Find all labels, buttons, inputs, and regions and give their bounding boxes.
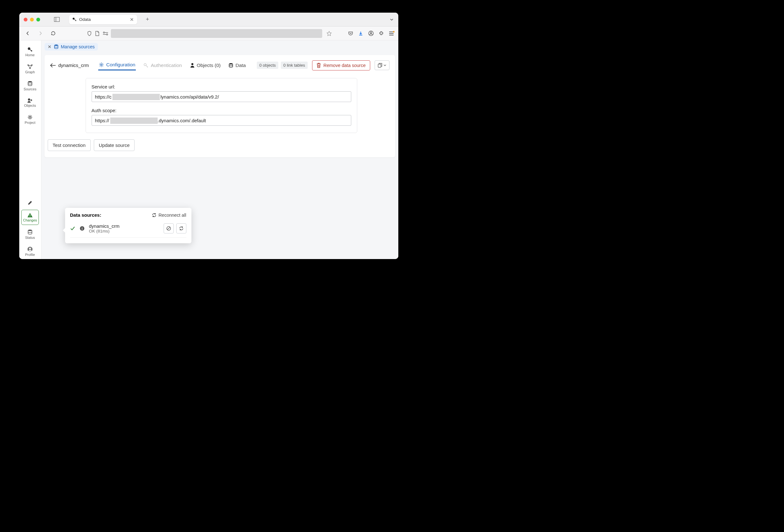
reload-button[interactable] [49, 29, 58, 38]
svg-point-23 [28, 230, 32, 231]
hamburger-menu-icon[interactable] [389, 31, 394, 36]
svg-rect-0 [54, 18, 59, 22]
info-icon[interactable] [80, 226, 85, 231]
tab-label: Objects (0) [197, 62, 221, 68]
toolbar-right-icons [348, 31, 394, 36]
svg-point-2 [73, 18, 75, 20]
database-icon [54, 44, 58, 49]
svg-rect-22 [30, 216, 30, 217]
browser-window: Odata ✕ + [19, 12, 398, 259]
back-button[interactable] [24, 29, 32, 38]
extensions-icon[interactable] [379, 31, 384, 36]
svg-point-5 [107, 34, 108, 35]
downloads-icon[interactable] [358, 31, 363, 36]
auth-scope-input[interactable]: https:// .dynamics.com/.default [92, 115, 351, 126]
sidebar-item-edit[interactable] [21, 198, 39, 208]
svg-rect-31 [378, 64, 381, 67]
copy-dropdown-button[interactable] [375, 60, 390, 70]
svg-point-25 [29, 248, 31, 250]
test-connection-button[interactable]: Test connection [48, 139, 91, 151]
document-icon[interactable] [95, 31, 100, 36]
maximize-window-icon[interactable] [36, 18, 40, 22]
datasource-text: dynamics_crm OK (81ms) [89, 223, 120, 233]
disable-button[interactable] [164, 223, 174, 233]
bookmark-star-icon[interactable] [327, 31, 332, 36]
reconnect-all-button[interactable]: Reconnect all [151, 213, 186, 218]
panel-header: dynamics_crm Configuration Authenticatio… [45, 55, 395, 71]
svg-rect-33 [82, 228, 82, 230]
tab-data[interactable]: Data [228, 61, 246, 70]
sidebar-item-profile[interactable]: Profile [21, 244, 39, 259]
breadcrumb-bar: ✕ Manage sources [41, 40, 398, 53]
refresh-button[interactable] [176, 223, 186, 233]
titlebar: Odata ✕ + [19, 12, 398, 27]
page-tabs: Configuration Authentication Objects (0) [98, 60, 246, 71]
tab-favicon-icon [72, 18, 77, 22]
svg-point-4 [103, 32, 105, 33]
svg-point-19 [28, 99, 30, 101]
tab-configuration[interactable]: Configuration [98, 60, 136, 71]
config-panel: dynamics_crm Configuration Authenticatio… [45, 55, 395, 157]
link-tables-badge: 0 link tables [281, 62, 308, 69]
minimize-window-icon[interactable] [30, 18, 34, 22]
back-to-source-link[interactable]: dynamics_crm [50, 62, 89, 68]
svg-point-28 [144, 63, 146, 66]
svg-rect-21 [30, 215, 30, 216]
traffic-lights [24, 18, 40, 22]
datasource-name: dynamics_crm [89, 223, 120, 229]
update-source-button[interactable]: Update source [94, 139, 135, 151]
service-url-label: Service url: [92, 84, 351, 89]
auth-scope-label: Auth scope: [92, 108, 351, 113]
tab-close-icon[interactable]: ✕ [130, 17, 134, 22]
shield-icon[interactable] [87, 31, 92, 36]
address-bar-area [87, 29, 332, 38]
permissions-icon[interactable] [103, 32, 108, 35]
app-sidebar: Home Graph Sources Objects Project [19, 40, 41, 259]
close-window-icon[interactable] [24, 18, 27, 22]
url-input[interactable] [111, 29, 322, 38]
popup-header: Data sources: Reconnect all [70, 212, 186, 218]
sidebar-item-status[interactable]: Status [21, 227, 39, 242]
service-url-input[interactable]: https://c lynamics.com/api/data/v9.2/ [92, 91, 351, 102]
sidebar-item-label: Status [25, 236, 35, 240]
sidebar-item-home[interactable]: Home [21, 44, 39, 59]
breadcrumb-chip[interactable]: ✕ Manage sources [45, 43, 98, 51]
sidebar-item-label: Graph [25, 70, 35, 74]
remove-source-button[interactable]: Remove data source [312, 60, 370, 71]
svg-point-30 [229, 63, 233, 64]
forward-button[interactable] [36, 29, 45, 38]
tab-authentication[interactable]: Authentication [143, 61, 182, 70]
account-icon[interactable] [368, 31, 374, 36]
tabs-dropdown-icon[interactable] [390, 18, 394, 22]
sidebar-item-graph[interactable]: Graph [21, 61, 39, 77]
sidebar-item-label: Changes [23, 218, 37, 222]
svg-point-13 [28, 47, 30, 50]
sidebar-toggle-icon[interactable] [53, 16, 60, 23]
svg-point-26 [54, 45, 58, 46]
masked-segment [112, 94, 160, 100]
sidebar-item-project[interactable]: Project [21, 112, 39, 127]
sidebar-item-objects[interactable]: Objects [21, 95, 39, 110]
masked-segment [110, 117, 158, 124]
svg-line-36 [167, 227, 170, 230]
breadcrumb-close-icon[interactable]: ✕ [48, 44, 52, 49]
source-name: dynamics_crm [58, 62, 89, 68]
sidebar-item-sources[interactable]: Sources [21, 78, 39, 93]
new-tab-icon[interactable]: + [146, 16, 149, 23]
sidebar-item-changes[interactable]: Changes [21, 210, 39, 225]
datasource-row: dynamics_crm OK (81ms) [70, 220, 186, 237]
form-buttons: Test connection Update source [48, 139, 395, 151]
tab-objects[interactable]: Objects (0) [190, 61, 221, 70]
sidebar-item-label: Home [25, 53, 34, 57]
browser-tab[interactable]: Odata ✕ [69, 15, 137, 24]
remove-label: Remove data source [324, 63, 366, 68]
sidebar-item-label: Project [25, 121, 35, 124]
svg-point-29 [191, 63, 193, 65]
tab-label: Data [235, 62, 246, 68]
header-badges: 0 objects 0 link tables Remove data sour… [257, 60, 390, 71]
config-form: Service url: https://c lynamics.com/api/… [86, 78, 357, 133]
pocket-icon[interactable] [348, 31, 353, 36]
tab-title: Odata [79, 17, 91, 22]
svg-point-18 [28, 81, 32, 83]
address-icons [87, 31, 108, 36]
